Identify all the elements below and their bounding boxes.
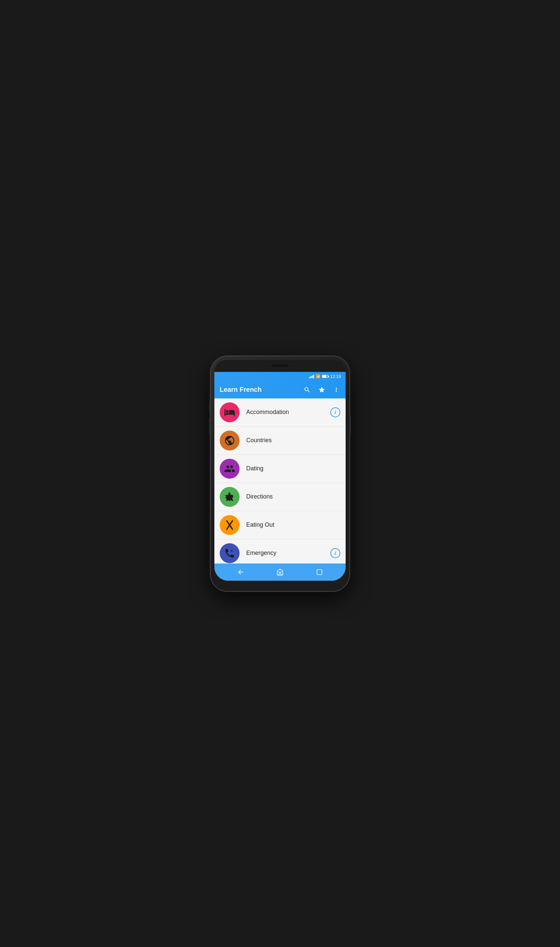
list-item[interactable]: Eating Out — [214, 511, 346, 539]
earpiece-speaker — [272, 365, 288, 366]
list-item[interactable]: Accommodation i — [214, 399, 346, 427]
svg-text:+: + — [231, 548, 233, 553]
list-item[interactable]: Directions — [214, 483, 346, 511]
list-item[interactable]: + Emergency i — [214, 539, 346, 564]
more-options-button[interactable] — [330, 384, 342, 396]
dating-label: Dating — [246, 465, 340, 472]
navigation-bar — [214, 564, 346, 581]
back-icon — [237, 568, 244, 576]
eating-out-label: Eating Out — [246, 521, 340, 528]
directions-label: Directions — [246, 493, 340, 500]
emergency-info-button[interactable]: i — [330, 548, 340, 558]
home-icon — [276, 568, 284, 576]
app-toolbar: Learn French — [214, 381, 346, 399]
directions-icon — [220, 487, 240, 507]
front-camera — [264, 365, 266, 367]
countries-icon — [220, 431, 240, 450]
accommodation-icon — [220, 402, 240, 422]
status-bar: 📶 12:19 — [214, 372, 346, 381]
app-title: Learn French — [220, 386, 298, 393]
eating-out-icon — [220, 515, 240, 535]
search-icon — [303, 386, 311, 393]
home-button[interactable] — [273, 565, 287, 579]
recents-button[interactable] — [313, 565, 326, 579]
phone-device: 📶 12:19 Learn French — [211, 356, 349, 591]
recents-icon — [316, 569, 323, 576]
star-icon — [318, 386, 325, 393]
list-item[interactable]: Dating — [214, 455, 346, 483]
volume-up-button[interactable] — [209, 402, 211, 412]
category-list: Accommodation i Countries — [214, 399, 346, 564]
dating-icon — [220, 459, 240, 479]
sensor — [294, 365, 296, 367]
favorites-button[interactable] — [316, 384, 328, 396]
emergency-icon: + — [220, 543, 240, 563]
accommodation-label: Accommodation — [246, 409, 330, 416]
status-time: 12:19 — [330, 374, 341, 379]
list-item[interactable]: Countries — [214, 427, 346, 455]
accommodation-info-button[interactable]: i — [330, 407, 340, 417]
more-vert-icon — [333, 386, 340, 393]
svg-rect-4 — [317, 570, 322, 574]
power-button[interactable] — [349, 416, 351, 436]
search-button[interactable] — [301, 384, 313, 396]
volume-down-button[interactable] — [209, 417, 211, 434]
countries-label: Countries — [246, 437, 340, 444]
emergency-label: Emergency — [246, 550, 330, 556]
back-button[interactable] — [234, 565, 247, 579]
bottom-bezel — [214, 581, 346, 587]
